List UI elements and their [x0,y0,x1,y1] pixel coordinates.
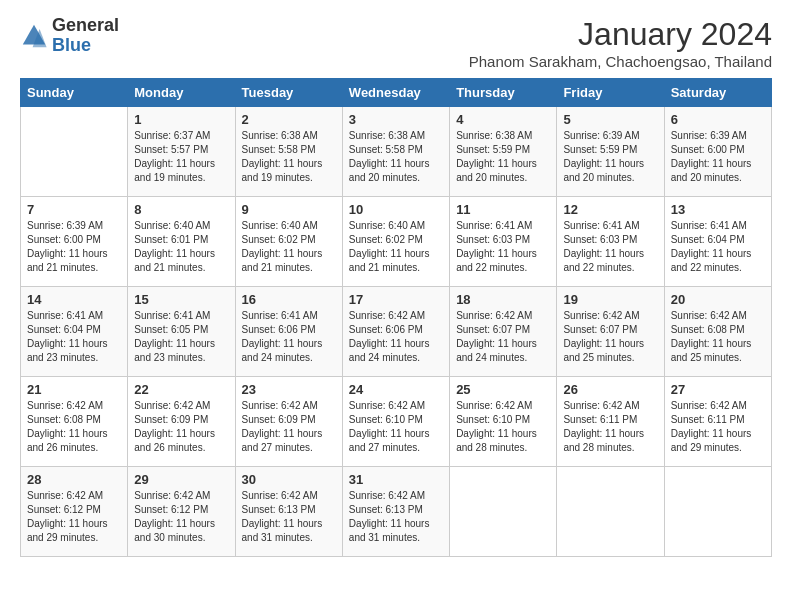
week-row-3: 14Sunrise: 6:41 AM Sunset: 6:04 PM Dayli… [21,287,772,377]
day-info: Sunrise: 6:42 AM Sunset: 6:11 PM Dayligh… [671,399,765,455]
day-number: 8 [134,202,228,217]
header-cell-tuesday: Tuesday [235,79,342,107]
day-cell: 8Sunrise: 6:40 AM Sunset: 6:01 PM Daylig… [128,197,235,287]
day-cell [664,467,771,557]
logo: General Blue [20,16,119,56]
day-info: Sunrise: 6:42 AM Sunset: 6:06 PM Dayligh… [349,309,443,365]
day-info: Sunrise: 6:42 AM Sunset: 6:07 PM Dayligh… [456,309,550,365]
day-cell: 11Sunrise: 6:41 AM Sunset: 6:03 PM Dayli… [450,197,557,287]
day-cell: 7Sunrise: 6:39 AM Sunset: 6:00 PM Daylig… [21,197,128,287]
day-cell [21,107,128,197]
header-cell-friday: Friday [557,79,664,107]
day-cell: 28Sunrise: 6:42 AM Sunset: 6:12 PM Dayli… [21,467,128,557]
week-row-5: 28Sunrise: 6:42 AM Sunset: 6:12 PM Dayli… [21,467,772,557]
day-info: Sunrise: 6:42 AM Sunset: 6:07 PM Dayligh… [563,309,657,365]
day-cell: 17Sunrise: 6:42 AM Sunset: 6:06 PM Dayli… [342,287,449,377]
day-cell: 14Sunrise: 6:41 AM Sunset: 6:04 PM Dayli… [21,287,128,377]
day-cell: 6Sunrise: 6:39 AM Sunset: 6:00 PM Daylig… [664,107,771,197]
day-info: Sunrise: 6:42 AM Sunset: 6:12 PM Dayligh… [27,489,121,545]
title-block: January 2024 Phanom Sarakham, Chachoengs… [469,16,772,70]
day-cell [450,467,557,557]
day-cell: 3Sunrise: 6:38 AM Sunset: 5:58 PM Daylig… [342,107,449,197]
day-cell: 30Sunrise: 6:42 AM Sunset: 6:13 PM Dayli… [235,467,342,557]
day-info: Sunrise: 6:42 AM Sunset: 6:13 PM Dayligh… [349,489,443,545]
day-cell: 12Sunrise: 6:41 AM Sunset: 6:03 PM Dayli… [557,197,664,287]
day-cell: 15Sunrise: 6:41 AM Sunset: 6:05 PM Dayli… [128,287,235,377]
day-number: 2 [242,112,336,127]
day-info: Sunrise: 6:41 AM Sunset: 6:03 PM Dayligh… [563,219,657,275]
day-cell: 9Sunrise: 6:40 AM Sunset: 6:02 PM Daylig… [235,197,342,287]
day-cell: 5Sunrise: 6:39 AM Sunset: 5:59 PM Daylig… [557,107,664,197]
day-cell: 23Sunrise: 6:42 AM Sunset: 6:09 PM Dayli… [235,377,342,467]
day-info: Sunrise: 6:42 AM Sunset: 6:10 PM Dayligh… [456,399,550,455]
day-info: Sunrise: 6:42 AM Sunset: 6:09 PM Dayligh… [134,399,228,455]
day-number: 6 [671,112,765,127]
day-info: Sunrise: 6:38 AM Sunset: 5:58 PM Dayligh… [349,129,443,185]
day-number: 24 [349,382,443,397]
day-number: 28 [27,472,121,487]
day-number: 15 [134,292,228,307]
day-number: 21 [27,382,121,397]
day-cell: 21Sunrise: 6:42 AM Sunset: 6:08 PM Dayli… [21,377,128,467]
calendar-table: SundayMondayTuesdayWednesdayThursdayFrid… [20,78,772,557]
day-cell: 27Sunrise: 6:42 AM Sunset: 6:11 PM Dayli… [664,377,771,467]
day-cell: 24Sunrise: 6:42 AM Sunset: 6:10 PM Dayli… [342,377,449,467]
header-cell-wednesday: Wednesday [342,79,449,107]
calendar-body: 1Sunrise: 6:37 AM Sunset: 5:57 PM Daylig… [21,107,772,557]
day-info: Sunrise: 6:41 AM Sunset: 6:04 PM Dayligh… [27,309,121,365]
day-cell: 26Sunrise: 6:42 AM Sunset: 6:11 PM Dayli… [557,377,664,467]
day-cell: 1Sunrise: 6:37 AM Sunset: 5:57 PM Daylig… [128,107,235,197]
header-cell-saturday: Saturday [664,79,771,107]
day-number: 19 [563,292,657,307]
day-number: 31 [349,472,443,487]
day-info: Sunrise: 6:39 AM Sunset: 6:00 PM Dayligh… [27,219,121,275]
day-cell [557,467,664,557]
day-number: 14 [27,292,121,307]
day-number: 26 [563,382,657,397]
page-header: General Blue January 2024 Phanom Sarakha… [20,16,772,70]
day-info: Sunrise: 6:42 AM Sunset: 6:09 PM Dayligh… [242,399,336,455]
day-info: Sunrise: 6:41 AM Sunset: 6:06 PM Dayligh… [242,309,336,365]
logo-general-text: General [52,16,119,36]
day-cell: 29Sunrise: 6:42 AM Sunset: 6:12 PM Dayli… [128,467,235,557]
day-number: 20 [671,292,765,307]
day-info: Sunrise: 6:39 AM Sunset: 6:00 PM Dayligh… [671,129,765,185]
day-info: Sunrise: 6:42 AM Sunset: 6:08 PM Dayligh… [671,309,765,365]
day-cell: 25Sunrise: 6:42 AM Sunset: 6:10 PM Dayli… [450,377,557,467]
day-cell: 2Sunrise: 6:38 AM Sunset: 5:58 PM Daylig… [235,107,342,197]
header-row: SundayMondayTuesdayWednesdayThursdayFrid… [21,79,772,107]
day-number: 3 [349,112,443,127]
day-number: 27 [671,382,765,397]
day-cell: 20Sunrise: 6:42 AM Sunset: 6:08 PM Dayli… [664,287,771,377]
day-info: Sunrise: 6:41 AM Sunset: 6:04 PM Dayligh… [671,219,765,275]
day-number: 10 [349,202,443,217]
day-info: Sunrise: 6:40 AM Sunset: 6:02 PM Dayligh… [349,219,443,275]
day-cell: 4Sunrise: 6:38 AM Sunset: 5:59 PM Daylig… [450,107,557,197]
day-number: 22 [134,382,228,397]
day-info: Sunrise: 6:42 AM Sunset: 6:08 PM Dayligh… [27,399,121,455]
day-info: Sunrise: 6:42 AM Sunset: 6:11 PM Dayligh… [563,399,657,455]
logo-blue-text: Blue [52,36,119,56]
header-cell-thursday: Thursday [450,79,557,107]
day-number: 1 [134,112,228,127]
day-info: Sunrise: 6:39 AM Sunset: 5:59 PM Dayligh… [563,129,657,185]
day-cell: 31Sunrise: 6:42 AM Sunset: 6:13 PM Dayli… [342,467,449,557]
day-info: Sunrise: 6:38 AM Sunset: 5:58 PM Dayligh… [242,129,336,185]
month-title: January 2024 [469,16,772,53]
day-number: 25 [456,382,550,397]
day-info: Sunrise: 6:41 AM Sunset: 6:03 PM Dayligh… [456,219,550,275]
week-row-2: 7Sunrise: 6:39 AM Sunset: 6:00 PM Daylig… [21,197,772,287]
day-number: 16 [242,292,336,307]
day-cell: 10Sunrise: 6:40 AM Sunset: 6:02 PM Dayli… [342,197,449,287]
day-number: 9 [242,202,336,217]
logo-text: General Blue [52,16,119,56]
week-row-4: 21Sunrise: 6:42 AM Sunset: 6:08 PM Dayli… [21,377,772,467]
week-row-1: 1Sunrise: 6:37 AM Sunset: 5:57 PM Daylig… [21,107,772,197]
day-cell: 18Sunrise: 6:42 AM Sunset: 6:07 PM Dayli… [450,287,557,377]
day-info: Sunrise: 6:42 AM Sunset: 6:10 PM Dayligh… [349,399,443,455]
day-number: 17 [349,292,443,307]
day-cell: 13Sunrise: 6:41 AM Sunset: 6:04 PM Dayli… [664,197,771,287]
day-number: 11 [456,202,550,217]
day-info: Sunrise: 6:37 AM Sunset: 5:57 PM Dayligh… [134,129,228,185]
header-cell-sunday: Sunday [21,79,128,107]
